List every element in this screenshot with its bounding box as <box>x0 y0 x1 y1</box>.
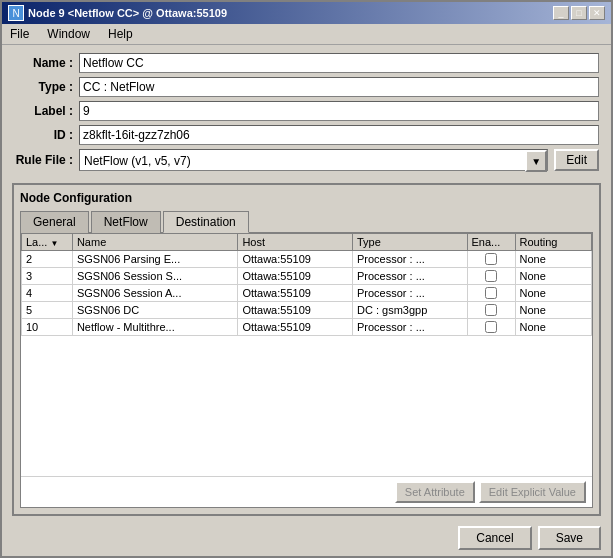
title-controls: _ □ ✕ <box>553 6 605 20</box>
cell-routing: None <box>515 302 591 319</box>
window-icon: N <box>8 5 24 21</box>
cell-enabled[interactable] <box>467 251 515 268</box>
type-label: Type : <box>14 80 79 94</box>
id-label: ID : <box>14 128 79 142</box>
cell-host: Ottawa:55109 <box>238 319 353 336</box>
table-row[interactable]: 3 SGSN06 Session S... Ottawa:55109 Proce… <box>22 268 592 285</box>
cell-type: DC : gsm3gpp <box>352 302 467 319</box>
cell-host: Ottawa:55109 <box>238 268 353 285</box>
table-row[interactable]: 4 SGSN06 Session A... Ottawa:55109 Proce… <box>22 285 592 302</box>
label-field[interactable] <box>79 101 599 121</box>
cell-routing: None <box>515 285 591 302</box>
table-row[interactable]: 2 SGSN06 Parsing E... Ottawa:55109 Proce… <box>22 251 592 268</box>
enabled-checkbox[interactable] <box>485 253 497 265</box>
col-header-routing: Routing <box>515 234 591 251</box>
form-area: Name : Type : Label : ID : Rule File : N… <box>2 45 611 179</box>
name-row: Name : <box>14 53 599 73</box>
cell-name: SGSN06 DC <box>72 302 237 319</box>
cell-la: 3 <box>22 268 73 285</box>
window-title: Node 9 <Netflow CC> @ Ottawa:55109 <box>28 7 227 19</box>
cancel-button[interactable]: Cancel <box>458 526 531 550</box>
tabs: General NetFlow Destination <box>20 211 593 233</box>
cell-routing: None <box>515 251 591 268</box>
cell-host: Ottawa:55109 <box>238 302 353 319</box>
name-field[interactable] <box>79 53 599 73</box>
main-window: N Node 9 <Netflow CC> @ Ottawa:55109 _ □… <box>0 0 613 558</box>
maximize-button[interactable]: □ <box>571 6 587 20</box>
table-row[interactable]: 10 Netflow - Multithre... Ottawa:55109 P… <box>22 319 592 336</box>
enabled-checkbox[interactable] <box>485 270 497 282</box>
cell-routing: None <box>515 319 591 336</box>
set-attribute-button[interactable]: Set Attribute <box>395 481 475 503</box>
label-row: Label : <box>14 101 599 121</box>
cell-name: Netflow - Multithre... <box>72 319 237 336</box>
cell-name: SGSN06 Parsing E... <box>72 251 237 268</box>
menu-window[interactable]: Window <box>43 26 94 42</box>
rule-file-wrapper: NetFlow (v1, v5, v7) ▼ <box>79 149 548 171</box>
close-button[interactable]: ✕ <box>589 6 605 20</box>
type-row: Type : <box>14 77 599 97</box>
col-header-type: Type <box>352 234 467 251</box>
node-config-title: Node Configuration <box>20 191 593 205</box>
table-row[interactable]: 5 SGSN06 DC Ottawa:55109 DC : gsm3gpp No… <box>22 302 592 319</box>
col-header-ena: Ena... <box>467 234 515 251</box>
cell-host: Ottawa:55109 <box>238 285 353 302</box>
col-header-host: Host <box>238 234 353 251</box>
rule-file-row: Rule File : NetFlow (v1, v5, v7) ▼ Edit <box>14 149 599 171</box>
table-header-row: La... ▼ Name Host Type <box>22 234 592 251</box>
bottom-buttons: Cancel Save <box>2 520 611 556</box>
cell-type: Processor : ... <box>352 268 467 285</box>
menu-file[interactable]: File <box>6 26 33 42</box>
id-field[interactable] <box>79 125 599 145</box>
col-header-la: La... ▼ <box>22 234 73 251</box>
enabled-checkbox[interactable] <box>485 321 497 333</box>
edit-rule-file-button[interactable]: Edit <box>554 149 599 171</box>
cell-enabled[interactable] <box>467 285 515 302</box>
destination-table: La... ▼ Name Host Type <box>21 233 592 336</box>
cell-enabled[interactable] <box>467 302 515 319</box>
type-field[interactable] <box>79 77 599 97</box>
enabled-checkbox[interactable] <box>485 287 497 299</box>
cell-la: 10 <box>22 319 73 336</box>
cell-type: Processor : ... <box>352 285 467 302</box>
cell-name: SGSN06 Session A... <box>72 285 237 302</box>
tab-general[interactable]: General <box>20 211 89 233</box>
col-header-name: Name <box>72 234 237 251</box>
rule-file-text: NetFlow (v1, v5, v7) <box>80 150 525 170</box>
sort-icon-la: ▼ <box>50 239 58 248</box>
cell-name: SGSN06 Session S... <box>72 268 237 285</box>
menu-help[interactable]: Help <box>104 26 137 42</box>
edit-explicit-value-button[interactable]: Edit Explicit Value <box>479 481 586 503</box>
title-bar-left: N Node 9 <Netflow CC> @ Ottawa:55109 <box>8 5 227 21</box>
enabled-checkbox[interactable] <box>485 304 497 316</box>
tab-destination[interactable]: Destination <box>163 211 249 233</box>
title-bar: N Node 9 <Netflow CC> @ Ottawa:55109 _ □… <box>2 2 611 24</box>
menu-bar: File Window Help <box>2 24 611 45</box>
table-actions: Set Attribute Edit Explicit Value <box>21 476 592 507</box>
minimize-button[interactable]: _ <box>553 6 569 20</box>
cell-enabled[interactable] <box>467 319 515 336</box>
rule-file-dropdown-button[interactable]: ▼ <box>525 150 547 172</box>
cell-la: 4 <box>22 285 73 302</box>
rule-file-label: Rule File : <box>14 153 79 167</box>
save-button[interactable]: Save <box>538 526 601 550</box>
cell-enabled[interactable] <box>467 268 515 285</box>
name-label: Name : <box>14 56 79 70</box>
cell-la: 2 <box>22 251 73 268</box>
destination-table-container: La... ▼ Name Host Type <box>21 233 592 476</box>
node-configuration: Node Configuration General NetFlow Desti… <box>12 183 601 516</box>
cell-routing: None <box>515 268 591 285</box>
tab-content: La... ▼ Name Host Type <box>20 232 593 508</box>
cell-type: Processor : ... <box>352 319 467 336</box>
cell-host: Ottawa:55109 <box>238 251 353 268</box>
cell-la: 5 <box>22 302 73 319</box>
id-row: ID : <box>14 125 599 145</box>
label-label: Label : <box>14 104 79 118</box>
tab-netflow[interactable]: NetFlow <box>91 211 161 233</box>
cell-type: Processor : ... <box>352 251 467 268</box>
